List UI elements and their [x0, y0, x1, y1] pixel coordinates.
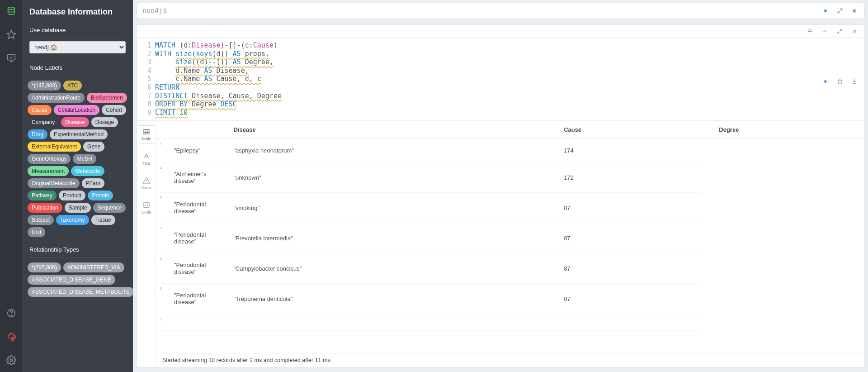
- node-label-pill[interactable]: AdministrationRoute: [28, 93, 85, 103]
- frame-header: [137, 25, 864, 38]
- table-cell: 87: [546, 223, 701, 253]
- node-label-pill[interactable]: Cohort: [102, 105, 126, 115]
- query-editor[interactable]: 123456789 MATCH (d:Disease)-[]-(c:Cause)…: [137, 38, 864, 121]
- prompt-text[interactable]: neo4j$: [137, 7, 822, 15]
- node-label-pill[interactable]: Company: [28, 117, 59, 127]
- table-row[interactable]: [156, 314, 864, 331]
- rel-type-pill[interactable]: *(797,806): [28, 262, 61, 272]
- table-row[interactable]: "Periodontal disease""Treponema denticol…: [156, 284, 864, 314]
- node-label-pill[interactable]: Protein: [88, 191, 113, 200]
- database-select[interactable]: neo4j 🏠: [29, 41, 126, 53]
- expand-icon[interactable]: [837, 8, 843, 14]
- svg-marker-7: [838, 79, 843, 83]
- table-header: Cause: [546, 121, 701, 139]
- node-label-pill[interactable]: Drug: [28, 129, 47, 139]
- svg-point-0: [8, 7, 14, 10]
- node-label-pill[interactable]: PFam: [82, 178, 104, 188]
- node-label-pill[interactable]: Sequence: [93, 203, 126, 213]
- cloud-error-icon[interactable]: [6, 331, 17, 342]
- table-cell: "Alzheimer's disease": [156, 162, 215, 193]
- download-icon[interactable]: [851, 42, 858, 120]
- node-label-pill[interactable]: MeSH: [73, 154, 96, 164]
- run-query-icon[interactable]: [822, 8, 829, 14]
- pin-icon[interactable]: [807, 28, 813, 34]
- settings-gear-icon[interactable]: [6, 355, 17, 366]
- node-label-pill[interactable]: Unit: [28, 227, 45, 237]
- table-row[interactable]: "Periodontal disease""Campylobacter conc…: [156, 253, 864, 284]
- node-labels-list: *(145,883)ATCAdministrationRouteBioSpeci…: [22, 78, 133, 240]
- svg-point-4: [11, 315, 11, 315]
- svg-rect-9: [144, 203, 149, 208]
- table-cell: "Periodontal disease": [156, 193, 215, 223]
- node-label-pill[interactable]: Cause: [28, 105, 52, 115]
- use-database-heading: Use database: [22, 20, 133, 36]
- node-label-pill[interactable]: ExperimentalMethod: [50, 129, 108, 139]
- rel-type-pill[interactable]: ADMINISTERED_VIA: [63, 262, 124, 272]
- node-label-pill[interactable]: BioSpecimen: [87, 93, 127, 103]
- node-label-pill[interactable]: Disease: [61, 117, 89, 127]
- node-label-pill[interactable]: Pathway: [28, 191, 57, 200]
- collapse-up-icon[interactable]: [822, 28, 828, 34]
- view-tab-code[interactable]: Code: [139, 199, 154, 217]
- star-icon[interactable]: [6, 29, 17, 40]
- node-label-pill[interactable]: Measurement: [28, 166, 69, 176]
- status-line: Started streaming 10 records after 2 ms …: [156, 353, 864, 367]
- node-label-pill[interactable]: OriginalMetabolite: [28, 178, 80, 188]
- rel-type-pill[interactable]: ASSOCIATED_DISEASE_METABOLITE: [28, 287, 133, 297]
- command-prompt[interactable]: neo4j$: [137, 3, 864, 19]
- node-label-pill[interactable]: Metabolite: [71, 166, 104, 176]
- table-cell: 174: [546, 139, 701, 162]
- svg-marker-1: [7, 30, 15, 38]
- node-label-pill[interactable]: GeneOntology: [28, 154, 71, 164]
- view-tab-warn[interactable]: Warn: [139, 174, 154, 192]
- database-select-wrap: neo4j 🏠: [29, 41, 126, 53]
- rel-type-pill[interactable]: ASSOCIATED_DISEASE_GENE: [28, 275, 115, 285]
- left-rail: [0, 0, 22, 372]
- view-tabs: Table Text Warn Code: [137, 121, 156, 367]
- table-cell: "asphyxia neonatorum": [215, 139, 546, 162]
- db-logo-icon[interactable]: [6, 5, 17, 16]
- node-label-pill[interactable]: ExternalEquivalent: [28, 142, 81, 152]
- node-label-pill[interactable]: *(145,883): [28, 81, 61, 91]
- table-cell: "Campylobacter concisus": [215, 253, 546, 284]
- view-tab-table[interactable]: Table: [139, 125, 154, 143]
- expand-frame-icon[interactable]: [837, 28, 843, 34]
- close-frame-icon[interactable]: [852, 28, 858, 34]
- table-cell: "Periodontal disease": [156, 284, 215, 314]
- table-cell: "Periodontal disease": [156, 223, 215, 253]
- line-gutter: 123456789: [137, 38, 155, 120]
- table-header: Disease: [215, 121, 546, 139]
- results-area: Table Text Warn Code Diseas: [137, 121, 864, 367]
- node-label-pill[interactable]: Product: [59, 191, 85, 200]
- view-tab-text[interactable]: Text: [139, 150, 154, 168]
- node-label-pill[interactable]: Publication: [28, 203, 62, 213]
- node-label-pill[interactable]: Dosage: [91, 117, 118, 127]
- close-icon[interactable]: [851, 8, 858, 14]
- table-row[interactable]: "Periodontal disease""Prevotella interme…: [156, 223, 864, 253]
- code-area[interactable]: MATCH (d:Disease)-[]-(c:Cause)WITH size(…: [155, 38, 823, 120]
- node-label-pill[interactable]: CelularLocation: [54, 105, 99, 115]
- table-row[interactable]: "Epilepsy""asphyxia neonatorum"174: [156, 139, 864, 162]
- table-row[interactable]: "Periodontal disease""smoking"87: [156, 193, 864, 223]
- run-cell-icon[interactable]: [822, 42, 829, 120]
- table-cell: "Treponema denticola": [215, 284, 546, 314]
- node-label-pill[interactable]: Sample: [65, 203, 91, 213]
- table-cell: 172: [546, 162, 701, 193]
- table-cell: "smoking": [215, 193, 546, 223]
- node-label-pill[interactable]: Tissue: [91, 215, 115, 225]
- table-cell: 87: [546, 193, 701, 223]
- table-cell: "unknown": [215, 162, 546, 193]
- table-cell: "Periodontal disease": [156, 253, 215, 284]
- node-label-pill[interactable]: Subject: [28, 215, 54, 225]
- table-row[interactable]: "Alzheimer's disease""unknown"172: [156, 162, 864, 193]
- help-icon[interactable]: [6, 308, 17, 319]
- node-label-pill[interactable]: Gene: [83, 142, 104, 152]
- table-header: Degree: [701, 121, 864, 139]
- results-table-wrap: DiseaseCauseDegree "Epilepsy""asphyxia n…: [156, 121, 864, 367]
- monitor-play-icon[interactable]: [6, 52, 17, 63]
- node-label-pill[interactable]: Taxonomy: [56, 215, 89, 225]
- star-result-icon[interactable]: [837, 42, 843, 120]
- node-label-pill[interactable]: ATC: [63, 81, 82, 91]
- table-cell: "Epilepsy": [156, 139, 215, 162]
- results-table: DiseaseCauseDegree "Epilepsy""asphyxia n…: [156, 121, 864, 331]
